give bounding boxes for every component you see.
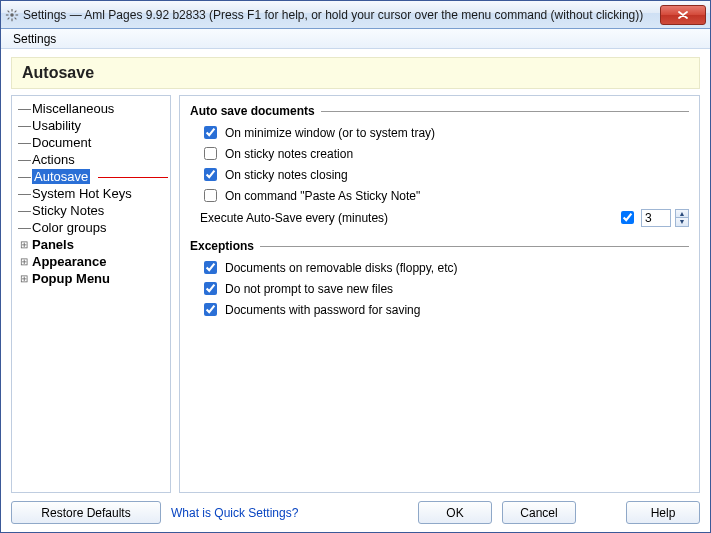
option-label: Do not prompt to save new files	[225, 282, 393, 296]
option-checkbox[interactable]	[204, 168, 217, 181]
footer: Restore Defaults What is Quick Settings?…	[11, 493, 700, 524]
option-checkbox[interactable]	[204, 261, 217, 274]
main-row: —Miscellaneous—Usability—Document—Action…	[11, 95, 700, 493]
option-checkbox[interactable]	[204, 282, 217, 295]
option-checkbox[interactable]	[204, 189, 217, 202]
leaf-icon: —	[18, 135, 30, 150]
autosave-interval-input[interactable]	[641, 209, 671, 227]
help-button[interactable]: Help	[626, 501, 700, 524]
group-autosave-label: Auto save documents	[190, 104, 315, 118]
expand-icon: ⊞	[18, 239, 30, 250]
spinner-up-icon[interactable]: ▲	[675, 209, 689, 218]
svg-line-6	[15, 17, 17, 19]
expand-icon: ⊞	[18, 256, 30, 267]
tree-item-label: Miscellaneous	[32, 101, 114, 116]
autosave-interval-checkbox[interactable]	[621, 211, 634, 224]
tree-item-label: System Hot Keys	[32, 186, 132, 201]
option-row: Documents with password for saving	[190, 299, 689, 320]
page-title: Autosave	[11, 57, 700, 89]
leaf-icon: —	[18, 118, 30, 133]
leaf-icon: —	[18, 203, 30, 218]
option-row: Do not prompt to save new files	[190, 278, 689, 299]
option-label: On sticky notes creation	[225, 147, 353, 161]
cancel-button[interactable]: Cancel	[502, 501, 576, 524]
tree-item-label: Document	[32, 135, 91, 150]
quick-settings-link[interactable]: What is Quick Settings?	[171, 506, 298, 520]
tree-item-miscellaneous[interactable]: —Miscellaneous	[14, 100, 168, 117]
option-row: On command "Paste As Sticky Note"	[190, 185, 689, 206]
autosave-interval-spinner: ▲ ▼	[675, 209, 689, 227]
autosave-interval-row: Execute Auto-Save every (minutes) ▲ ▼	[190, 206, 689, 229]
ok-button[interactable]: OK	[418, 501, 492, 524]
leaf-icon: —	[18, 220, 30, 235]
titlebar: Settings — Aml Pages 9.92 b2833 (Press F…	[1, 1, 710, 29]
leaf-icon: —	[18, 152, 30, 167]
settings-window: Settings — Aml Pages 9.92 b2833 (Press F…	[0, 0, 711, 533]
option-label: On sticky notes closing	[225, 168, 348, 182]
tree-item-label: Autosave	[32, 169, 90, 184]
tree-item-appearance[interactable]: ⊞Appearance	[14, 253, 168, 270]
tree-item-label: Appearance	[32, 254, 106, 269]
option-checkbox[interactable]	[204, 147, 217, 160]
tree-item-system-hot-keys[interactable]: —System Hot Keys	[14, 185, 168, 202]
option-row: On minimize window (or to system tray)	[190, 122, 689, 143]
restore-defaults-button[interactable]: Restore Defaults	[11, 501, 161, 524]
tree-item-label: Sticky Notes	[32, 203, 104, 218]
leaf-icon: —	[18, 101, 30, 116]
tree-item-label: Color groups	[32, 220, 106, 235]
leaf-icon: —	[18, 186, 30, 201]
tree-item-document[interactable]: —Document	[14, 134, 168, 151]
window-title: Settings — Aml Pages 9.92 b2833 (Press F…	[23, 8, 660, 22]
category-tree[interactable]: —Miscellaneous—Usability—Document—Action…	[11, 95, 171, 493]
group-exceptions-label: Exceptions	[190, 239, 254, 253]
tree-item-panels[interactable]: ⊞Panels	[14, 236, 168, 253]
spinner-down-icon[interactable]: ▼	[675, 218, 689, 227]
menu-settings[interactable]: Settings	[7, 30, 62, 48]
leaf-icon: —	[18, 169, 30, 184]
tree-item-label: Actions	[32, 152, 75, 167]
option-checkbox[interactable]	[204, 303, 217, 316]
svg-line-8	[8, 17, 10, 19]
svg-line-7	[15, 10, 17, 12]
tree-item-label: Usability	[32, 118, 81, 133]
tree-item-sticky-notes[interactable]: —Sticky Notes	[14, 202, 168, 219]
group-autosave-title: Auto save documents	[190, 104, 689, 118]
option-row: On sticky notes creation	[190, 143, 689, 164]
dialog-body: Autosave —Miscellaneous—Usability—Docume…	[1, 49, 710, 532]
option-checkbox[interactable]	[204, 126, 217, 139]
group-exceptions-title: Exceptions	[190, 239, 689, 253]
option-row: On sticky notes closing	[190, 164, 689, 185]
option-label: On minimize window (or to system tray)	[225, 126, 435, 140]
tree-item-popup-menu[interactable]: ⊞Popup Menu	[14, 270, 168, 287]
tree-item-autosave[interactable]: —Autosave	[14, 168, 168, 185]
tree-item-label: Panels	[32, 237, 74, 252]
option-row: Documents on removable disks (floppy, et…	[190, 257, 689, 278]
close-icon	[677, 10, 689, 20]
divider	[260, 246, 689, 247]
option-label: Documents on removable disks (floppy, et…	[225, 261, 458, 275]
tree-item-label: Popup Menu	[32, 271, 110, 286]
svg-line-5	[8, 10, 10, 12]
content-pane: Auto save documents On minimize window (…	[179, 95, 700, 493]
close-button[interactable]	[660, 5, 706, 25]
tree-item-usability[interactable]: —Usability	[14, 117, 168, 134]
divider	[321, 111, 689, 112]
option-label: On command "Paste As Sticky Note"	[225, 189, 420, 203]
expand-icon: ⊞	[18, 273, 30, 284]
autosave-interval-label: Execute Auto-Save every (minutes)	[200, 211, 388, 225]
tree-item-color-groups[interactable]: —Color groups	[14, 219, 168, 236]
menubar: Settings	[1, 29, 710, 49]
option-label: Documents with password for saving	[225, 303, 420, 317]
tree-item-actions[interactable]: —Actions	[14, 151, 168, 168]
gear-icon	[5, 8, 19, 22]
svg-point-0	[10, 13, 14, 17]
